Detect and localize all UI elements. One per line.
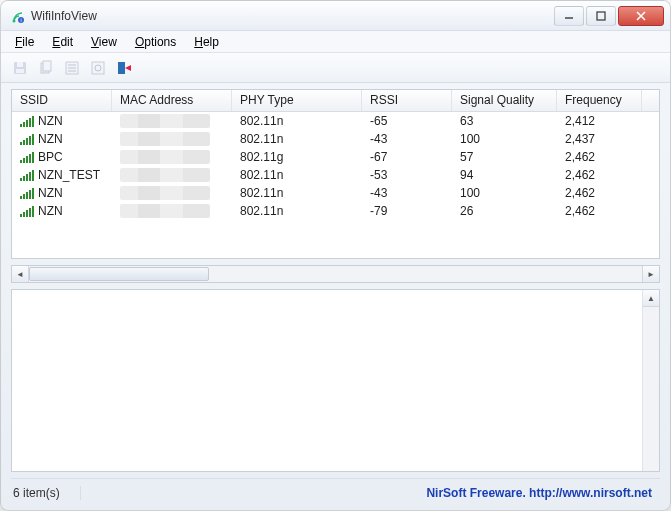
- cell-ssid: NZN: [12, 114, 112, 128]
- status-count: 6 item(s): [11, 486, 81, 500]
- copy-icon[interactable]: [35, 57, 57, 79]
- cell-signal: 63: [452, 114, 557, 128]
- table-row[interactable]: NZN802.11n-431002,437: [12, 130, 659, 148]
- scroll-left-icon[interactable]: ◄: [12, 266, 29, 282]
- cell-mac: [112, 204, 232, 218]
- horizontal-scrollbar[interactable]: ◄ ►: [11, 265, 660, 283]
- properties-icon[interactable]: [61, 57, 83, 79]
- cell-rssi: -79: [362, 204, 452, 218]
- maximize-button[interactable]: [586, 6, 616, 26]
- menu-help[interactable]: Help: [186, 33, 227, 51]
- close-button[interactable]: [618, 6, 664, 26]
- cell-mac: [112, 168, 232, 182]
- menubar: File Edit View Options Help: [1, 31, 670, 53]
- list-body: NZN802.11n-65632,412NZN802.11n-431002,43…: [12, 112, 659, 258]
- app-window: i WifiInfoView File Edit View Options He…: [0, 0, 671, 511]
- signal-icon: [20, 170, 34, 181]
- menu-edit[interactable]: Edit: [44, 33, 81, 51]
- cell-signal: 57: [452, 150, 557, 164]
- minimize-button[interactable]: [554, 6, 584, 26]
- cell-phy: 802.11n: [232, 114, 362, 128]
- toolbar: [1, 53, 670, 83]
- vertical-scrollbar[interactable]: ▲: [642, 290, 659, 471]
- cell-freq: 2,437: [557, 132, 642, 146]
- signal-icon: [20, 134, 34, 145]
- cell-rssi: -43: [362, 186, 452, 200]
- titlebar: i WifiInfoView: [1, 1, 670, 31]
- cell-rssi: -67: [362, 150, 452, 164]
- cell-ssid: NZN_TEST: [12, 168, 112, 182]
- cell-mac: [112, 150, 232, 164]
- details-pane: ▲: [11, 289, 660, 472]
- col-freq[interactable]: Frequency: [557, 90, 642, 111]
- cell-mac: [112, 132, 232, 146]
- save-icon[interactable]: [9, 57, 31, 79]
- network-list[interactable]: SSID MAC Address PHY Type RSSI Signal Qu…: [11, 89, 660, 259]
- menu-options[interactable]: Options: [127, 33, 184, 51]
- cell-phy: 802.11n: [232, 168, 362, 182]
- table-row[interactable]: NZN802.11n-79262,462: [12, 202, 659, 220]
- col-phy[interactable]: PHY Type: [232, 90, 362, 111]
- cell-ssid: BPC: [12, 150, 112, 164]
- cell-signal: 100: [452, 132, 557, 146]
- svg-text:i: i: [20, 17, 21, 23]
- cell-ssid: NZN: [12, 204, 112, 218]
- cell-rssi: -65: [362, 114, 452, 128]
- cell-mac: [112, 186, 232, 200]
- signal-icon: [20, 116, 34, 127]
- cell-freq: 2,462: [557, 204, 642, 218]
- window-title: WifiInfoView: [31, 9, 554, 23]
- scroll-right-icon[interactable]: ►: [642, 266, 659, 282]
- cell-mac: [112, 114, 232, 128]
- col-ssid[interactable]: SSID: [12, 90, 112, 111]
- cell-signal: 94: [452, 168, 557, 182]
- menu-view[interactable]: View: [83, 33, 125, 51]
- scroll-up-icon[interactable]: ▲: [643, 290, 659, 307]
- col-signal[interactable]: Signal Quality: [452, 90, 557, 111]
- window-controls: [554, 6, 664, 26]
- svg-rect-9: [16, 69, 24, 73]
- status-credit: NirSoft Freeware. http://www.nirsoft.net: [426, 486, 660, 500]
- svg-rect-16: [92, 62, 104, 74]
- cell-ssid: NZN: [12, 186, 112, 200]
- scroll-thumb[interactable]: [29, 267, 209, 281]
- content-area: SSID MAC Address PHY Type RSSI Signal Qu…: [11, 89, 660, 472]
- signal-icon: [20, 188, 34, 199]
- cell-signal: 100: [452, 186, 557, 200]
- cell-ssid: NZN: [12, 132, 112, 146]
- refresh-icon[interactable]: [87, 57, 109, 79]
- svg-rect-8: [17, 62, 23, 67]
- svg-rect-18: [118, 62, 125, 74]
- statusbar: 6 item(s) NirSoft Freeware. http://www.n…: [11, 478, 660, 502]
- list-header: SSID MAC Address PHY Type RSSI Signal Qu…: [12, 90, 659, 112]
- cell-phy: 802.11n: [232, 132, 362, 146]
- signal-icon: [20, 206, 34, 217]
- table-row[interactable]: BPC802.11g-67572,462: [12, 148, 659, 166]
- col-rssi[interactable]: RSSI: [362, 90, 452, 111]
- svg-rect-11: [43, 61, 51, 71]
- cell-freq: 2,412: [557, 114, 642, 128]
- col-mac[interactable]: MAC Address: [112, 90, 232, 111]
- cell-freq: 2,462: [557, 186, 642, 200]
- scroll-track[interactable]: [29, 266, 642, 282]
- cell-signal: 26: [452, 204, 557, 218]
- cell-rssi: -43: [362, 132, 452, 146]
- signal-icon: [20, 152, 34, 163]
- cell-freq: 2,462: [557, 150, 642, 164]
- svg-rect-4: [597, 12, 605, 20]
- table-row[interactable]: NZN802.11n-65632,412: [12, 112, 659, 130]
- app-icon: i: [9, 8, 25, 24]
- cell-freq: 2,462: [557, 168, 642, 182]
- menu-file[interactable]: File: [7, 33, 42, 51]
- cell-phy: 802.11n: [232, 186, 362, 200]
- cell-phy: 802.11n: [232, 204, 362, 218]
- cell-rssi: -53: [362, 168, 452, 182]
- table-row[interactable]: NZN802.11n-431002,462: [12, 184, 659, 202]
- exit-icon[interactable]: [113, 57, 135, 79]
- cell-phy: 802.11g: [232, 150, 362, 164]
- table-row[interactable]: NZN_TEST802.11n-53942,462: [12, 166, 659, 184]
